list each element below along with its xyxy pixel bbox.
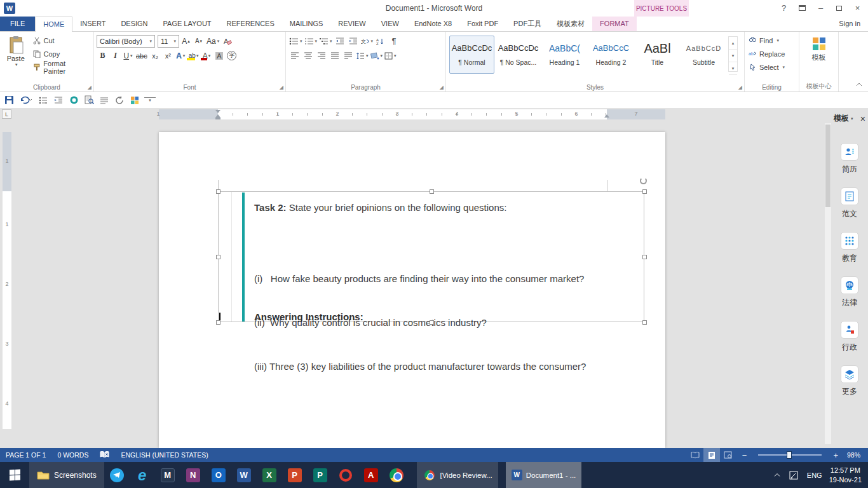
help-icon[interactable]: ? <box>775 0 793 17</box>
template-button[interactable]: 模板 <box>802 34 836 62</box>
sidebar-item-administration[interactable]: 行政 <box>831 321 868 353</box>
zoom-out-icon[interactable]: − <box>736 451 753 460</box>
increase-indent-button[interactable] <box>347 35 360 48</box>
pen-input-icon[interactable] <box>785 462 803 488</box>
clock[interactable]: 12:57 PM 19-Nov-21 <box>827 466 868 484</box>
tab-design[interactable]: DESIGN <box>113 17 155 31</box>
list-tool-icon[interactable] <box>37 95 49 106</box>
selection-handle[interactable] <box>216 320 220 325</box>
template-window-icon[interactable] <box>129 95 140 106</box>
word-count[interactable]: 0 WORDS <box>51 451 94 459</box>
internet-explorer-icon[interactable]: e <box>130 462 155 488</box>
right-indent-marker[interactable] <box>604 114 609 118</box>
align-left-button[interactable] <box>288 50 301 62</box>
justify-button[interactable] <box>329 50 341 62</box>
read-mode-view-icon[interactable] <box>687 448 703 462</box>
side-panel-caret-icon[interactable]: ▾ <box>851 116 853 121</box>
horizontal-ruler[interactable]: 1 1 2 3 4 5 6 7 <box>159 109 665 119</box>
italic-button[interactable]: I <box>109 50 121 62</box>
sidebar-item-sample-docs[interactable]: 范文 <box>831 187 868 219</box>
page[interactable]: Task 2: State your brief opinions on the… <box>159 132 665 448</box>
selection-handle[interactable] <box>642 320 647 325</box>
excel-icon[interactable]: X <box>257 462 282 488</box>
mail-app-icon[interactable]: M <box>155 462 180 488</box>
language-input-indicator[interactable]: ENG <box>803 462 827 488</box>
tab-view[interactable]: VIEW <box>374 17 407 31</box>
tray-expand-icon[interactable] <box>770 462 785 488</box>
style-no-spacing[interactable]: AaBbCcDc ¶ No Spac... <box>496 36 541 74</box>
zoom-slider[interactable] <box>758 454 822 456</box>
ribbon-display-options-icon[interactable] <box>793 0 811 17</box>
sidebar-item-law[interactable]: 法律 <box>831 276 868 308</box>
tab-review[interactable]: REVIEW <box>330 17 373 31</box>
style-normal[interactable]: AaBbCcDc ¶ Normal <box>449 36 494 74</box>
sort-button[interactable]: AZ <box>374 35 387 48</box>
tab-home[interactable]: HOME <box>35 17 72 32</box>
line-spacing-button[interactable]: ▾ <box>355 50 369 62</box>
file-explorer-window-button[interactable]: Screenshots <box>29 462 104 488</box>
character-shading-button[interactable]: A <box>213 50 225 62</box>
rotate-handle[interactable] <box>640 177 647 184</box>
powerpoint-icon[interactable]: P <box>282 462 308 488</box>
page-indicator[interactable]: PAGE 1 OF 1 <box>0 451 51 459</box>
clear-formatting-button[interactable]: A <box>221 35 233 48</box>
paste-button[interactable]: Paste ▾ <box>3 34 29 74</box>
bullets-button[interactable]: ▾ <box>288 35 303 48</box>
chrome-icon[interactable] <box>384 462 409 488</box>
indent-tool-icon[interactable] <box>53 95 64 106</box>
first-line-indent-marker[interactable] <box>215 110 220 113</box>
zoom-in-icon[interactable]: + <box>827 451 844 460</box>
format-painter-button[interactable]: Format Painter <box>31 60 91 74</box>
tab-page-layout[interactable]: PAGE LAYOUT <box>156 17 219 31</box>
selection-handle[interactable] <box>216 189 220 194</box>
undo-icon[interactable] <box>18 95 34 106</box>
chrome-window-button[interactable]: [Video Review... <box>417 462 498 488</box>
font-name-combobox[interactable]: Calibri (Body) ▾ <box>97 35 155 48</box>
font-color-button[interactable]: A▾ <box>200 50 212 62</box>
replace-button[interactable]: ab Replace <box>747 47 796 60</box>
close-icon[interactable]: × <box>848 0 867 17</box>
paragraph-dialog-launcher-icon[interactable]: ◢ <box>440 85 444 90</box>
align-right-button[interactable] <box>315 50 328 62</box>
selection-handle[interactable] <box>430 320 434 325</box>
maximize-icon[interactable] <box>830 0 848 17</box>
find-button[interactable]: Find ▾ <box>747 34 796 47</box>
adobe-acrobat-icon[interactable]: A <box>358 462 384 488</box>
highlight-color-button[interactable]: ab▾ <box>187 50 200 62</box>
zoom-percentage[interactable]: 98% <box>844 451 868 459</box>
tab-mailings[interactable]: MAILINGS <box>282 17 331 31</box>
enclose-characters-button[interactable]: 字 <box>226 50 238 62</box>
web-layout-view-icon[interactable] <box>720 448 736 462</box>
opera-icon[interactable] <box>333 462 358 488</box>
sidebar-item-resume[interactable]: 简历 <box>831 143 868 175</box>
shading-button[interactable]: ▾ <box>370 50 384 62</box>
font-size-combobox[interactable]: 11 ▾ <box>158 35 179 48</box>
clipboard-dialog-launcher-icon[interactable]: ◢ <box>88 85 92 90</box>
scrollbar-thumb[interactable] <box>825 125 831 207</box>
onenote-icon[interactable]: N <box>180 462 206 488</box>
tab-pdf-tools[interactable]: PDF工具 <box>506 17 549 31</box>
select-button[interactable]: Select ▾ <box>747 60 796 74</box>
document-scrollbar[interactable] <box>825 123 831 444</box>
tab-insert[interactable]: INSERT <box>72 17 113 31</box>
tab-endnote[interactable]: EndNote X8 <box>407 17 459 31</box>
word-taskbar-icon[interactable]: W <box>231 462 257 488</box>
print-layout-view-icon[interactable] <box>703 448 720 462</box>
save-icon[interactable] <box>3 95 15 106</box>
sidebar-item-more[interactable]: 更多 <box>831 365 868 397</box>
change-case-button[interactable]: Aa▾ <box>205 35 220 48</box>
text-effects-button[interactable]: A▾ <box>175 50 187 62</box>
decrease-indent-button[interactable] <box>334 35 346 48</box>
align-center-button[interactable] <box>302 50 315 62</box>
copy-button[interactable]: Copy <box>31 47 91 60</box>
word-window-button[interactable]: W Document1 - ... <box>506 462 582 488</box>
left-indent-marker[interactable] <box>215 118 220 119</box>
selection-handle[interactable] <box>642 255 647 259</box>
proofing-icon[interactable] <box>94 451 115 459</box>
strikethrough-button[interactable]: abc <box>135 50 149 62</box>
selection-handle[interactable] <box>430 189 434 194</box>
distribute-button[interactable] <box>342 50 355 62</box>
tab-selector-button[interactable]: L <box>2 109 11 119</box>
collapse-ribbon-icon[interactable] <box>855 78 863 90</box>
style-heading2[interactable]: AaBbCcC Heading 2 <box>588 36 634 74</box>
